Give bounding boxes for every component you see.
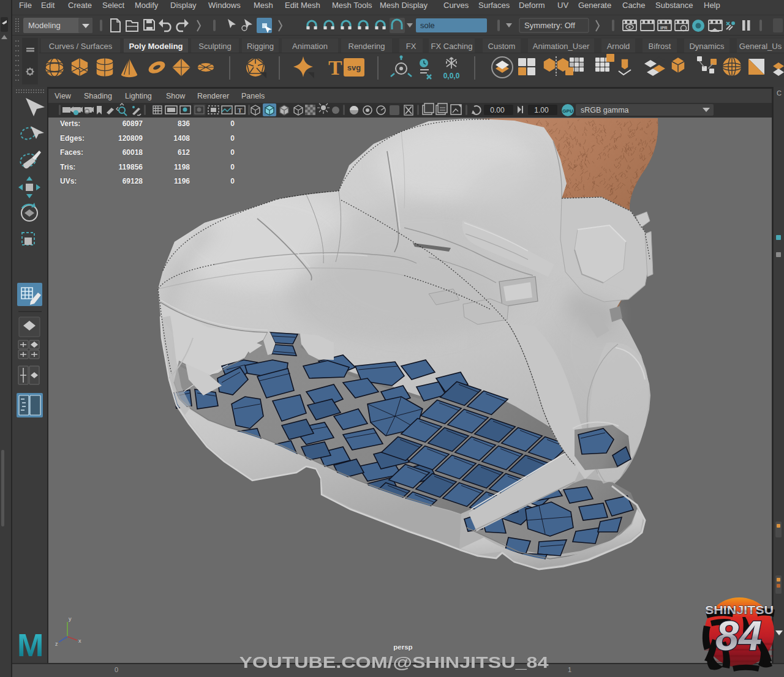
svg-text:y: y <box>69 616 72 622</box>
svg-text:Poly Modeling: Poly Modeling <box>129 42 183 51</box>
svg-text:Windows: Windows <box>208 1 241 10</box>
svg-text:Mesh Display: Mesh Display <box>380 1 428 10</box>
svg-text:1.00: 1.00 <box>534 106 549 114</box>
svg-text:Select: Select <box>102 1 125 10</box>
svg-text:Arnold: Arnold <box>607 42 630 51</box>
svg-text:C: C <box>777 89 782 97</box>
svg-text:persp: persp <box>393 643 412 651</box>
svg-text:Animation: Animation <box>292 42 328 51</box>
svg-text:Panels: Panels <box>241 92 265 100</box>
svg-text:T: T <box>238 107 243 114</box>
svg-text:0: 0 <box>230 148 235 157</box>
svg-text:0: 0 <box>230 119 235 128</box>
svg-text:T: T <box>328 56 342 79</box>
svg-text:60897: 60897 <box>123 119 143 128</box>
svg-text:1198: 1198 <box>174 163 190 171</box>
svg-text:0: 0 <box>230 134 235 143</box>
svg-text:FX: FX <box>406 42 417 51</box>
svg-text:Surfaces: Surfaces <box>478 1 510 10</box>
svg-text:svg: svg <box>347 63 361 72</box>
svg-text:Curves: Curves <box>443 1 469 10</box>
svg-text:69128: 69128 <box>123 177 143 185</box>
svg-text:1408: 1408 <box>173 134 190 143</box>
svg-text:Deform: Deform <box>519 1 545 10</box>
svg-text:84: 84 <box>715 612 762 659</box>
svg-text:UVs:: UVs: <box>60 177 77 185</box>
svg-text:0.00: 0.00 <box>490 106 505 114</box>
svg-text:Edit: Edit <box>41 1 55 10</box>
svg-text:View: View <box>55 92 72 100</box>
svg-text:1: 1 <box>568 666 571 673</box>
svg-text:M: M <box>17 627 43 663</box>
svg-text:Mesh Tools: Mesh Tools <box>332 1 372 10</box>
svg-text:IPR: IPR <box>660 26 668 30</box>
svg-text:Display: Display <box>170 1 197 10</box>
svg-text:Create: Create <box>68 1 92 10</box>
svg-text:Renderer: Renderer <box>197 92 229 100</box>
svg-text:Verts:: Verts: <box>60 119 80 128</box>
svg-text:Generate: Generate <box>578 1 611 10</box>
svg-text:Modify: Modify <box>135 1 159 10</box>
svg-text:0: 0 <box>230 177 235 185</box>
svg-text:Tris:: Tris: <box>60 163 75 171</box>
svg-text:Shading: Shading <box>84 92 112 100</box>
svg-text:FX Caching: FX Caching <box>431 42 473 51</box>
svg-text:Faces:: Faces: <box>60 148 83 157</box>
svg-text:z: z <box>55 641 58 647</box>
svg-text:Animation_User: Animation_User <box>533 42 590 51</box>
svg-text:0: 0 <box>230 163 235 171</box>
svg-text:0: 0 <box>115 666 118 673</box>
svg-text:Edges:: Edges: <box>60 134 85 143</box>
svg-text:0,0,0: 0,0,0 <box>443 72 460 80</box>
svg-text:836: 836 <box>178 119 190 128</box>
svg-text:Bifrost: Bifrost <box>649 42 671 51</box>
svg-text:Symmetry: Off: Symmetry: Off <box>524 21 575 30</box>
svg-text:120809: 120809 <box>118 134 143 143</box>
svg-text:Dynamics: Dynamics <box>689 42 725 51</box>
svg-text:GPU: GPU <box>562 108 573 114</box>
svg-text:UV: UV <box>557 1 568 10</box>
svg-text:Substance: Substance <box>655 1 693 10</box>
svg-text:Cache: Cache <box>622 1 646 10</box>
svg-text:YOUTUBE.COM/@SHINJITSU_84: YOUTUBE.COM/@SHINJITSU_84 <box>239 653 549 671</box>
svg-text:Rigging: Rigging <box>247 42 274 51</box>
svg-text:x: x <box>78 638 81 644</box>
svg-text:612: 612 <box>178 148 190 157</box>
svg-text:60018: 60018 <box>123 148 143 157</box>
svg-text:Sculpting: Sculpting <box>198 42 231 51</box>
svg-text:sole: sole <box>420 21 435 30</box>
svg-text:File: File <box>19 1 32 10</box>
svg-text:Curves / Surfaces: Curves / Surfaces <box>49 42 113 51</box>
svg-text:Modeling: Modeling <box>28 21 61 30</box>
svg-text:Custom: Custom <box>488 42 516 51</box>
svg-text:119856: 119856 <box>119 163 143 171</box>
svg-text:Show: Show <box>166 92 186 100</box>
svg-text:Help: Help <box>704 1 720 10</box>
svg-text:Edit Mesh: Edit Mesh <box>285 1 320 10</box>
svg-text:1196: 1196 <box>174 177 190 185</box>
svg-text:Lighting: Lighting <box>125 92 152 100</box>
svg-text:sRGB gamma: sRGB gamma <box>581 106 629 114</box>
svg-text:Rendering: Rendering <box>349 42 385 51</box>
svg-text:Mesh: Mesh <box>254 1 273 10</box>
svg-text:General_Us: General_Us <box>739 42 782 51</box>
